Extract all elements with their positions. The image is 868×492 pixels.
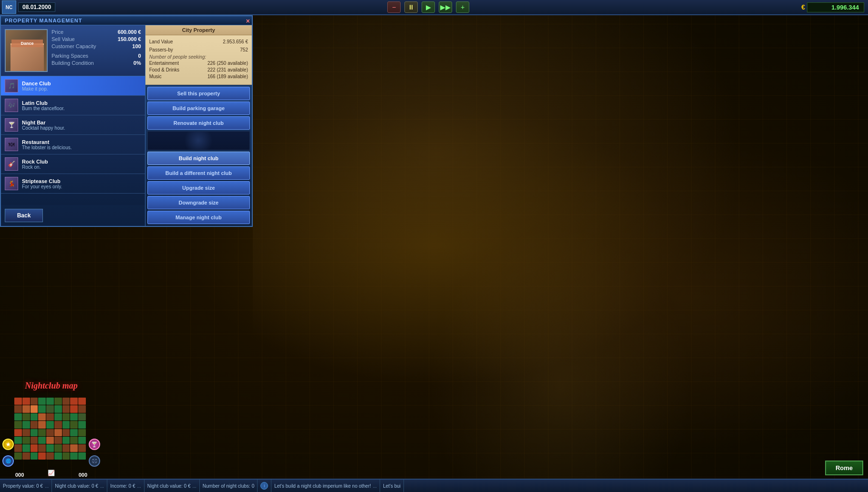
actions-area: Sell this property Build parking garage … [145, 85, 252, 226]
date-display: 08.01.2000 [18, 2, 55, 12]
list-item[interactable]: 🎶 Latin Club Burn the dancefloor. [1, 96, 145, 115]
map-cell [46, 413, 54, 420]
night-bar-name: Night Bar [22, 120, 141, 125]
list-item[interactable]: 🎵 Dance Club Make it pop. [1, 76, 145, 96]
map-cell [78, 444, 86, 451]
property-value-dots[interactable]: ... [45, 483, 49, 489]
map-cell [70, 413, 78, 420]
food-label: Food & Drinks [149, 67, 179, 72]
top-bar: NC 08.01.2000 − ⏸ ▶ ▶▶ + € 1.996.344 [0, 0, 868, 15]
property-left-panel: Price 600.000 € Sell Value 150.000 € Cus… [1, 25, 145, 226]
map-cell [78, 437, 86, 444]
status-info-icon-item: i [258, 480, 271, 492]
income-label: Income: 0 € [110, 483, 135, 489]
list-item[interactable]: 🍸 Night Bar Cocktail happy hour. [1, 115, 145, 135]
rome-button[interactable]: Rome [825, 461, 863, 475]
map-title: Nightclub map [25, 381, 78, 391]
nav-play-button[interactable]: ▶ [422, 1, 435, 13]
map-cell [31, 437, 38, 444]
map-star-icon[interactable]: ★ [2, 439, 14, 450]
nav-decrease-button[interactable]: − [387, 1, 401, 13]
map-cell [62, 437, 70, 444]
striptease-club-sub: For your eyes only. [22, 184, 141, 189]
map-globe-icon[interactable]: 🌐 [2, 455, 14, 467]
map-cell [62, 413, 70, 420]
property-management-panel: PROPERTY MANAGEMENT × Price 600.000 € Se… [0, 15, 253, 227]
map-cell [62, 444, 70, 451]
map-cell [78, 413, 86, 420]
condition-row: Building Condition 0% [52, 60, 141, 66]
passersby-value: 752 [240, 47, 248, 52]
close-button[interactable]: × [246, 17, 250, 25]
renovate-button[interactable]: Renovate night club [147, 116, 250, 130]
map-cell [78, 398, 86, 405]
condition-value: 0% [134, 60, 141, 66]
rock-club-text: Rock Club Rock on. [22, 159, 141, 170]
dance-club-sub: Make it pop. [22, 86, 141, 92]
latin-club-sub: Burn the dancefloor. [22, 106, 141, 111]
passersby-row: Passers-by 752 [149, 47, 248, 52]
sell-value: 150.000 € [118, 36, 141, 42]
income-dots[interactable]: ... [137, 483, 141, 489]
back-button[interactable]: Back [5, 209, 43, 222]
sell-button[interactable]: Sell this property [147, 87, 250, 100]
nav-increase-button[interactable]: + [456, 1, 469, 13]
nightclub-value-2-label: Night club value: 0 € [147, 483, 191, 489]
property-image [5, 29, 48, 72]
list-item[interactable]: 💃 Striptease Club For your eyes only. [1, 174, 145, 194]
map-cocktail-icon[interactable]: 🍸 [89, 439, 100, 450]
map-cell [14, 421, 22, 428]
map-cell [70, 444, 78, 451]
property-list: 🎵 Dance Club Make it pop. 🎶 Latin Club B… [1, 76, 145, 205]
capacity-value: 100 [132, 43, 141, 49]
nightclub-value-dots[interactable]: ... [100, 483, 104, 489]
nightclub-value-2-dots[interactable]: ... [192, 483, 196, 489]
list-item[interactable]: 🎸 Rock Club Rock on. [1, 154, 145, 174]
striptease-club-name: Striptease Club [22, 178, 141, 184]
striptease-club-icon: 💃 [5, 177, 18, 190]
map-cell [38, 421, 46, 428]
build-different-button[interactable]: Build a different night club [147, 166, 250, 180]
condition-label: Building Condition [52, 60, 94, 66]
nav-controls: − ⏸ ▶ ▶▶ + [55, 1, 801, 13]
status-income: Income: 0 € ... [107, 480, 145, 492]
build-parking-button[interactable]: Build parking garage [147, 102, 250, 115]
map-cell [22, 421, 30, 428]
map-cell [38, 398, 46, 405]
map-stats-icon[interactable]: 📈 [47, 468, 56, 478]
map-cell [70, 398, 78, 405]
price-value: 600.000 € [118, 29, 141, 35]
map-cell [46, 429, 54, 436]
parking-row: Parking Spaces 0 [52, 53, 141, 59]
status-nightclub-value: Night club value: 0 € ... [52, 480, 107, 492]
latin-club-text: Latin Club Burn the dancefloor. [22, 100, 141, 111]
map-cell [31, 421, 38, 428]
map-cell [62, 452, 70, 460]
manage-button[interactable]: Manage night club [147, 211, 250, 224]
nav-pause-button[interactable]: ⏸ [404, 1, 418, 13]
capacity-label: Customer Capacity [52, 43, 96, 49]
app-logo: NC [2, 0, 16, 14]
map-cell [46, 398, 54, 405]
map-cell [22, 437, 30, 444]
list-item[interactable]: 🍽 Restaurant The lobster is delicious. [1, 135, 145, 154]
map-cell [31, 452, 38, 460]
map-settings-icon[interactable]: ⛶ [89, 455, 100, 467]
money-display: € 1.996.344 [801, 2, 864, 12]
nav-fastforward-button[interactable]: ▶▶ [439, 1, 452, 13]
map-cell [54, 421, 62, 428]
map-counter-right: 000 [79, 472, 87, 478]
map-cell [54, 437, 62, 444]
info-icon[interactable]: i [260, 482, 268, 490]
map-cell [14, 452, 22, 460]
price-label: Price [52, 29, 63, 35]
message-dots[interactable]: ... [373, 483, 377, 489]
nightclub-map: Nightclub map ★ 🍸 🌐 ⛶ 000 📈 000 [0, 376, 103, 479]
map-cell [38, 437, 46, 444]
build-nightclub-button[interactable]: Build night club [147, 152, 250, 165]
upgrade-size-button[interactable]: Upgrade size [147, 181, 250, 195]
status-nightclub-value-2: Night club value: 0 € ... [145, 480, 200, 492]
capacity-row: Customer Capacity 100 [52, 43, 141, 49]
map-counter-left: 000 [15, 472, 24, 478]
downgrade-size-button[interactable]: Downgrade size [147, 196, 250, 209]
